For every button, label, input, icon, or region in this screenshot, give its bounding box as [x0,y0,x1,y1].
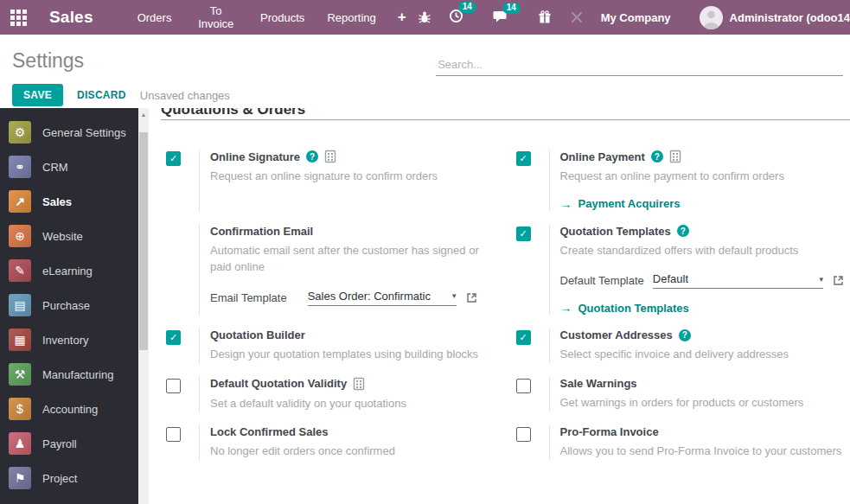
settings-grid: Online Signature ? Request an online sig… [161,150,850,460]
sidebar-item-sales[interactable]: ↗ Sales [0,184,138,219]
setting-desc: Design your quotation templates using bu… [210,346,495,363]
sidebar-item-inventory[interactable]: ▦ Inventory [0,322,138,357]
enterprise-icon [324,150,336,163]
quotation-templates-checkbox[interactable] [516,226,531,241]
systray: 14 14 My Company Administrator (odoo14 [417,6,850,29]
handshake-icon: ⚭ [9,156,31,178]
user-menu[interactable]: Administrator (odoo14 [700,6,850,29]
quotation-templates-link[interactable]: → Quotation Templates [560,301,846,315]
apps-menu-icon[interactable] [10,10,27,26]
messages-systray[interactable]: 14 [493,9,508,27]
settings-content: Quotations & Orders Online Signature ? R… [149,108,850,504]
help-icon[interactable]: ? [306,150,318,163]
sidebar-item-website[interactable]: ⊕ Website [0,219,138,253]
sidebar-item-label: Accounting [42,403,98,416]
sidebar-item-elearning[interactable]: ✎ eLearning [0,253,138,288]
default-template-label: Default Template [560,274,644,287]
setting-lock-confirmed-sales: Lock Confirmed Sales No longer edit orde… [161,425,495,460]
sidebar-item-label: Website [42,230,83,243]
help-icon[interactable]: ? [677,225,689,237]
messages-badge: 14 [502,3,521,14]
chevron-down-icon: ▾ [452,291,457,300]
sidebar-item-label: Purchase [42,299,90,312]
setting-confirmation-email: Confirmation Email Automatic email sent … [161,225,495,316]
setting-title: Confirmation Email [210,225,313,238]
tools-icon[interactable] [569,10,585,25]
sidebar-item-label: CRM [42,161,68,174]
ledger-icon: $ [9,398,31,420]
activities-systray[interactable]: 14 [449,8,464,27]
section-header: Quotations & Orders [161,108,850,120]
help-icon[interactable]: ? [679,329,691,341]
sidebar-scrollbar[interactable]: ▲ [138,108,149,504]
sidebar-item-payroll[interactable]: ♟ Payroll [0,426,138,461]
menu-products[interactable]: Products [249,7,316,29]
setting-desc: Request an online signature to confirm o… [210,168,495,185]
quotation-builder-checkbox[interactable] [166,330,181,345]
pro-forma-invoice-checkbox[interactable] [516,427,531,442]
gift-icon[interactable] [537,10,553,25]
setting-title: Quotation Templates [560,225,671,238]
lock-confirmed-sales-checkbox[interactable] [166,427,181,442]
scroll-up-arrow-icon[interactable]: ▲ [138,108,149,120]
setting-desc: No longer edit orders once confirmed [210,443,495,460]
company-switcher[interactable]: My Company [601,11,671,24]
setting-customer-addresses: Customer Addresses ? Select specific inv… [511,329,846,363]
section-title: Quotations & Orders [161,108,850,120]
online-payment-checkbox[interactable] [516,151,531,166]
payment-acquirers-link[interactable]: → Payment Acquirers [560,197,846,211]
menu-orders[interactable]: Orders [126,7,183,29]
main-menu: Orders To Invoice Products Reporting + [126,0,417,35]
search-input[interactable] [436,54,843,76]
unsaved-changes-label: Unsaved changes [140,89,230,102]
default-template-select[interactable]: Default ▾ [653,272,823,289]
sidebar-item-label: Manufacturing [42,368,113,381]
sidebar-item-label: Sales [42,195,72,208]
setting-pro-forma-invoice: Pro-Forma Invoice Allows you to send Pro… [511,425,846,460]
setting-desc: Automatic email sent after the customer … [210,242,495,276]
customer-addresses-checkbox[interactable] [516,330,531,345]
gear-icon: ⚙ [9,121,31,144]
scrollbar-thumb[interactable] [139,132,148,350]
arrow-right-icon: → [560,301,572,315]
sidebar-item-purchase[interactable]: ▤ Purchase [0,288,138,322]
menu-to-invoice[interactable]: To Invoice [182,0,249,35]
odoo-settings-window: Sales Orders To Invoice Products Reporti… [0,0,850,504]
sidebar-item-manufacturing[interactable]: ⚒ Manufacturing [0,357,138,392]
online-signature-checkbox[interactable] [166,151,181,166]
default-quotation-validity-checkbox[interactable] [166,379,181,393]
elearning-icon: ✎ [9,259,31,282]
menu-reporting[interactable]: Reporting [316,7,387,29]
boxes-icon: ▦ [9,329,31,351]
sale-warnings-checkbox[interactable] [516,379,531,393]
email-template-select[interactable]: Sales Order: Confirmatic ▾ [308,290,457,306]
plus-menu-icon[interactable]: + [387,7,417,28]
sidebar-item-label: Project [42,472,77,485]
setting-desc: Get warnings in orders for products or c… [560,394,846,411]
setting-default-quotation-validity: Default Quotation Validity Set a default… [161,377,495,412]
sidebar-item-accounting[interactable]: $ Accounting [0,392,138,426]
bug-icon[interactable] [417,10,432,25]
setting-quotation-builder: Quotation Builder Design your quotation … [161,329,495,363]
external-link-icon[interactable] [832,274,845,287]
setting-online-signature: Online Signature ? Request an online sig… [161,150,495,211]
discard-button[interactable]: DISCARD [77,89,126,101]
sidebar-item-general-settings[interactable]: ⚙ General Settings [0,115,138,150]
setting-desc: Select specific invoice and delivery add… [560,346,846,363]
save-button[interactable]: SAVE [12,84,63,106]
sidebar-item-crm[interactable]: ⚭ CRM [0,150,138,184]
enterprise-icon [353,377,365,391]
setting-quotation-templates: Quotation Templates ? Create standardize… [511,225,846,316]
setting-title: Customer Addresses [560,329,673,341]
help-icon[interactable]: ? [651,150,663,163]
external-link-icon[interactable] [465,291,478,304]
setting-desc: Request an online payment to confirm ord… [560,168,846,185]
page-title: Settings [12,49,84,73]
email-template-label: Email Template [210,291,287,304]
sales-chart-icon: ↗ [9,190,31,213]
app-title[interactable]: Sales [49,8,93,27]
control-panel: Settings [0,35,850,82]
sidebar-item-project[interactable]: ⚑ Project [0,461,138,495]
arrow-right-icon: → [560,197,572,211]
status-bar: SAVE DISCARD Unsaved changes [0,82,850,108]
